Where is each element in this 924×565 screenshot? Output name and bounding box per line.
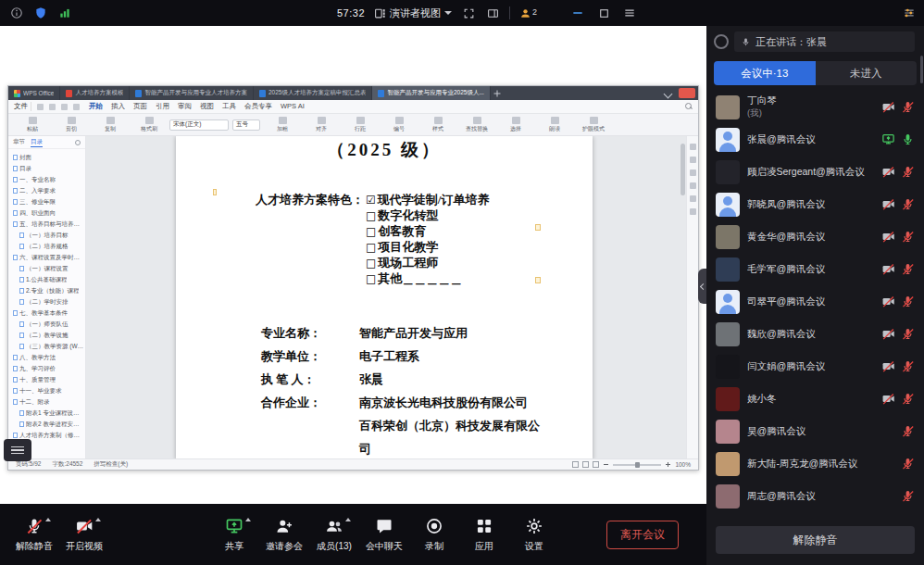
participant-row[interactable]: 丁向琴 (我) (706, 91, 924, 123)
participant-row[interactable]: 黄金华@腾讯会议 (706, 220, 924, 253)
page-view-icon[interactable] (572, 461, 579, 468)
participant-row[interactable]: 新大陆-周克龙@腾讯会议 (706, 447, 924, 480)
share-screen-button[interactable]: 共享 (209, 516, 259, 553)
view-mode-switcher[interactable]: 演讲者视图 (374, 6, 452, 20)
outline-item[interactable]: 九、学习评价 (10, 363, 83, 374)
nav-tab[interactable]: 目录 (31, 138, 43, 147)
participant-row[interactable]: 毛学军@腾讯会议 (706, 253, 924, 285)
document-tab[interactable]: WPS Office (8, 86, 60, 100)
meeting-tab[interactable]: 会议中·13 (714, 61, 816, 85)
ribbon-group[interactable]: 护眼模式 (575, 117, 612, 133)
outline-item[interactable]: 六、课程设置及学时安排 (10, 252, 83, 263)
ribbon-group[interactable]: 朗读 (536, 117, 573, 133)
font-size-box[interactable]: 五号 (232, 119, 260, 131)
shield-icon[interactable] (33, 6, 48, 20)
zoom-in-icon[interactable] (665, 461, 671, 468)
menu-icon[interactable] (622, 6, 637, 20)
layout-icon[interactable] (485, 6, 500, 20)
network-signal-icon[interactable] (57, 6, 72, 20)
chevron-up-icon[interactable] (345, 518, 351, 521)
redo-icon[interactable] (73, 104, 80, 110)
menu-item[interactable]: WPS AI (281, 102, 305, 111)
outline-item[interactable]: 三、修业年限 (10, 196, 83, 207)
outline-item[interactable]: 一、专业名称 (10, 174, 83, 185)
outline-item[interactable]: （二）学时安排 (10, 296, 83, 308)
document-tab[interactable]: 智能产品开发与应用专业人才培养方案 (130, 86, 254, 100)
maximize-icon[interactable] (596, 6, 611, 20)
member-count-icon[interactable]: 2 (519, 7, 537, 19)
start-video-button[interactable]: 开启视频 (59, 516, 109, 553)
menu-item[interactable]: 会员专享 (244, 102, 272, 111)
wps-promo-button[interactable] (679, 88, 695, 98)
record-button[interactable]: 录制 (409, 516, 459, 553)
file-menu[interactable]: 文件 (14, 102, 31, 111)
ribbon-group[interactable]: 样式 (419, 117, 456, 133)
save-icon[interactable] (37, 104, 44, 110)
outline-item[interactable]: 八、教学方法 (10, 352, 83, 363)
rail-icon[interactable] (690, 208, 696, 215)
participant-row[interactable]: 周志@腾讯会议 (706, 480, 924, 512)
settings-button[interactable]: 设置 (509, 516, 559, 553)
outline-item[interactable]: 附表2 教学进程安排表 (10, 419, 83, 430)
tab-list-chevron-icon[interactable] (661, 86, 676, 100)
menu-item[interactable]: 工具 (222, 102, 236, 111)
zoom-slider[interactable] (613, 464, 661, 466)
rail-icon[interactable] (690, 144, 696, 150)
outline-item[interactable]: 目录 (10, 163, 83, 174)
rail-icon[interactable] (690, 195, 696, 202)
ribbon-group[interactable]: 剪切 (53, 117, 90, 133)
sliders-icon[interactable] (902, 6, 917, 20)
ribbon-group[interactable]: 格式刷 (131, 117, 168, 133)
unmute-button[interactable]: 解除静音 (9, 516, 59, 553)
outline-item[interactable]: 七、教学基本条件 (10, 308, 83, 319)
rail-icon[interactable] (690, 157, 696, 163)
document-tab[interactable]: 智能产品开发与应用专业2025级人... (372, 86, 490, 100)
participant-row[interactable]: 昊@腾讯会议 (706, 415, 924, 447)
floating-toolbar-button[interactable] (4, 439, 31, 461)
menu-item[interactable]: 视图 (200, 102, 214, 111)
ribbon-group[interactable]: 选择 (497, 117, 534, 133)
outline-item[interactable]: 十二、附录 (10, 396, 83, 408)
minimize-icon[interactable] (570, 6, 585, 20)
zoom-out-icon[interactable] (603, 461, 609, 468)
fullscreen-icon[interactable] (461, 6, 476, 20)
outline-item[interactable]: （一）培养目标 (10, 230, 83, 241)
outline-item[interactable]: 封面 (10, 152, 83, 163)
chat-button[interactable]: 会中聊天 (359, 516, 409, 553)
outline-item[interactable]: 二、入学要求 (10, 185, 83, 196)
menu-item[interactable]: 页面 (133, 102, 147, 111)
ribbon-group[interactable]: 粘贴 (14, 117, 51, 133)
members-button[interactable]: 成员(13) (309, 516, 359, 553)
invite-button[interactable]: 邀请参会 (259, 516, 309, 553)
outline-item[interactable]: 五、培养目标与培养规格 (10, 219, 83, 230)
ribbon-group[interactable]: 编号 (381, 117, 418, 133)
participant-row[interactable]: 魏欣@腾讯会议 (706, 318, 924, 350)
outline-item[interactable]: （三）教学资源 (Word Education Mat...) (10, 341, 83, 352)
sidebar-scrollbar[interactable] (920, 56, 923, 83)
font-name-box[interactable]: 宋体(正文) (169, 119, 229, 131)
chevron-up-icon[interactable] (45, 518, 51, 521)
undo-icon[interactable] (61, 104, 68, 110)
outline-item[interactable]: 1.公共基础课程 (10, 274, 83, 285)
sidebar-unmute-button[interactable]: 解除静音 (716, 526, 915, 554)
menu-item[interactable]: 审阅 (178, 102, 192, 111)
participant-row[interactable]: 郭晓凤@腾讯会议 (706, 188, 924, 220)
info-icon[interactable] (9, 6, 24, 20)
web-view-icon[interactable] (593, 461, 599, 468)
menu-item[interactable]: 开始 (89, 102, 103, 111)
apps-button[interactable]: 应用 (459, 516, 509, 553)
menu-item[interactable]: 插入 (111, 102, 125, 111)
ribbon-group[interactable]: 复制 (92, 117, 129, 133)
ribbon-group[interactable]: 行距 (342, 117, 379, 133)
participant-row[interactable]: 顾启凌Sergeant@腾讯会议 (706, 156, 924, 188)
outline-item[interactable]: （一）课程设置 (10, 263, 83, 274)
chevron-up-icon[interactable] (245, 518, 251, 521)
outline-item[interactable]: 十一、毕业要求 (10, 385, 83, 396)
leave-meeting-button[interactable]: 离开会议 (606, 521, 679, 549)
ribbon-group[interactable]: 对齐 (303, 117, 340, 133)
search-icon[interactable] (685, 103, 693, 110)
zoom-level[interactable]: 100% (675, 461, 691, 468)
chevron-up-icon[interactable] (95, 518, 101, 521)
new-tab-button[interactable] (491, 86, 504, 100)
participant-row[interactable]: 张晨@腾讯会议 (706, 123, 924, 156)
